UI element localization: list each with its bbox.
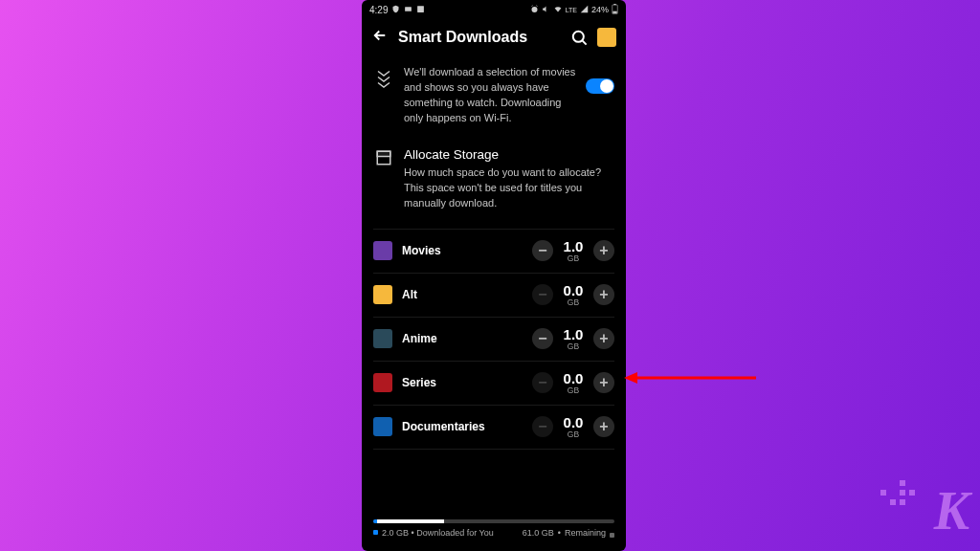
quantity-stepper: − 1.0 GB + [532,327,614,351]
image-icon [416,5,425,15]
battery-icon [612,4,618,16]
allocate-storage-description: How much space do you want to allocate? … [404,165,614,211]
remaining-value: 61.0 GB [523,528,554,540]
increase-button[interactable]: + [593,284,614,305]
increase-button[interactable]: + [593,328,614,349]
back-arrow-icon[interactable] [371,27,389,48]
category-value: 1.0 [559,239,588,253]
value-block: 0.0 GB [559,371,588,395]
smart-downloads-description: We'll download a selection of movies and… [404,65,576,126]
category-name: Movies [402,244,532,257]
category-thumb [373,417,392,436]
dot-gray-icon [610,533,614,538]
value-block: 0.0 GB [559,283,588,307]
quantity-stepper: − 0.0 GB + [532,371,614,395]
page-title: Smart Downloads [398,29,561,46]
category-value: 0.0 [559,371,588,386]
wifi-icon [553,5,563,15]
status-time: 4:29 [369,5,388,15]
svg-rect-5 [612,11,616,12]
category-name: Series [402,376,532,389]
category-value: 0.0 [559,283,588,298]
download-queue-icon [373,65,394,89]
dot-blue-icon [373,530,378,535]
phone-screen: 4:29 LTE 24% [362,0,626,551]
increase-button[interactable]: + [593,372,614,393]
battery-text: 24% [591,5,609,14]
increase-button[interactable]: + [593,240,614,261]
search-icon[interactable] [570,29,588,46]
smart-downloads-toggle[interactable] [586,78,614,94]
alarm-icon [530,5,539,15]
category-unit: GB [559,430,588,439]
category-row: Movies − 1.0 GB + [373,229,614,274]
downloaded-label: Downloaded for You [416,528,494,538]
category-row: Alt − 0.0 GB + [373,274,614,318]
decrease-button: − [532,416,553,437]
svg-rect-1 [418,6,425,12]
category-value: 0.0 [559,415,588,430]
category-thumb [373,329,392,348]
category-thumb [373,241,392,260]
svg-rect-8 [377,151,390,156]
category-list: Movies − 1.0 GB + Alt − 0.0 GB + Anime −… [373,229,614,511]
category-unit: GB [559,342,588,351]
value-block: 1.0 GB [559,327,588,351]
storage-labels: 2.0 GB • Downloaded for You 61.0 GB • Re… [373,528,614,540]
category-name: Alt [402,288,532,301]
svg-rect-0 [406,7,412,11]
storage-seg-used [377,519,444,523]
value-block: 1.0 GB [559,239,588,263]
decrease-button[interactable]: − [532,240,553,261]
smart-downloads-info: We'll download a selection of movies and… [373,65,614,126]
signal-icon [580,5,589,15]
category-value: 1.0 [559,327,588,342]
svg-point-6 [573,32,584,42]
remaining-label: Remaining [565,528,606,540]
watermark-dots [880,480,915,505]
status-bar: 4:29 LTE 24% [362,0,626,19]
allocate-storage-title: Allocate Storage [404,147,614,162]
watermark-logo: K [934,480,967,541]
category-thumb [373,285,392,304]
annotation-arrow [624,371,758,385]
category-row: Documentaries − 0.0 GB + [373,406,614,450]
lte-label: LTE [566,7,577,13]
profile-avatar[interactable] [597,28,616,47]
category-unit: GB [559,298,588,307]
category-row: Anime − 1.0 GB + [373,318,614,362]
value-block: 0.0 GB [559,415,588,439]
category-unit: GB [559,386,588,395]
category-row: Series − 0.0 GB + [373,362,614,406]
app-header: Smart Downloads [362,19,626,55]
downloaded-value: 2.0 GB [382,528,409,538]
category-unit: GB [559,253,588,263]
storage-icon [373,147,394,211]
card-icon [404,5,412,15]
decrease-button[interactable]: − [532,328,553,349]
increase-button[interactable]: + [593,416,614,437]
quantity-stepper: − 1.0 GB + [532,239,614,263]
svg-point-2 [531,6,537,11]
decrease-button: − [532,284,553,305]
storage-bar [373,519,614,523]
shield-icon [391,5,400,15]
category-name: Anime [402,332,532,345]
decrease-button: − [532,372,553,393]
svg-rect-4 [613,4,615,5]
quantity-stepper: − 0.0 GB + [532,283,614,307]
svg-marker-10 [624,372,637,384]
quantity-stepper: − 0.0 GB + [532,415,614,439]
volume-mute-icon [542,5,550,15]
category-name: Documentaries [402,420,532,433]
category-thumb [373,373,392,392]
